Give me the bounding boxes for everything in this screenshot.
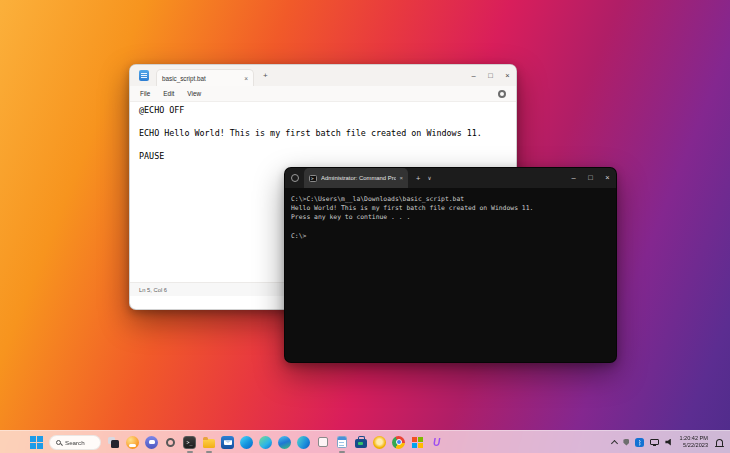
edge-variant-icon	[278, 436, 291, 449]
tray-date: 5/22/2023	[679, 442, 708, 449]
search-icon	[56, 440, 61, 445]
toolbox-app-button[interactable]	[354, 436, 367, 449]
search-label: Search	[65, 439, 85, 446]
notification-bell-icon[interactable]	[716, 439, 723, 446]
chat-icon	[145, 436, 158, 449]
edge-variant-1-button[interactable]	[259, 436, 272, 449]
maximize-button[interactable]: □	[582, 168, 599, 188]
terminal-window: > Administrator: Command Pro × + ∨ – □ ×…	[284, 167, 617, 363]
edge-button[interactable]	[240, 436, 253, 449]
hidden-icons-chevron-icon[interactable]	[611, 439, 618, 446]
editor-line	[139, 116, 507, 127]
taskbar: Search >_ U ᛒ	[0, 430, 730, 453]
tab-dropdown-icon[interactable]: ∨	[427, 175, 431, 181]
terminal-line	[291, 223, 610, 232]
terminal-titlebar[interactable]: > Administrator: Command Pro × + ∨ – □ ×	[285, 168, 616, 188]
taskbar-clock[interactable]: 1:20:42 PM 5/22/2023	[679, 435, 708, 449]
close-button[interactable]: ×	[599, 168, 616, 188]
editor-line: @ECHO OFF	[139, 105, 507, 116]
chat-button[interactable]	[145, 436, 158, 449]
notepad-tab[interactable]: basic_script.bat ×	[156, 69, 254, 86]
security-shield-icon[interactable]	[623, 439, 629, 446]
edge-variant-icon	[259, 436, 272, 449]
task-view-icon	[108, 437, 119, 448]
search-input[interactable]: Search	[49, 435, 101, 450]
settings-button[interactable]	[164, 436, 177, 449]
terminal-line: Hello World! This is my first batch file…	[291, 204, 610, 213]
edge-variant-3-button[interactable]	[297, 436, 310, 449]
notepad-window-controls: – □ ×	[465, 66, 516, 86]
microsoft-365-button[interactable]	[411, 436, 424, 449]
editor-line: ECHO Hello World! This is my first batch…	[139, 128, 507, 139]
task-view-button[interactable]	[107, 436, 120, 449]
system-tray: ᛒ 1:20:42 PM 5/22/2023	[612, 431, 730, 453]
start-button[interactable]	[30, 436, 43, 449]
tab-close-icon[interactable]: ×	[240, 75, 248, 82]
terminal-output[interactable]: C:\>C:\Users\m__la\Downloads\basic_scrip…	[285, 188, 616, 248]
gear-icon	[166, 438, 175, 447]
terminal-tab[interactable]: > Administrator: Command Pro ×	[304, 168, 408, 188]
menu-view[interactable]: View	[187, 90, 201, 97]
terminal-tab-title: Administrator: Command Pro	[321, 175, 396, 181]
terminal-taskbar-button[interactable]: >_	[183, 436, 196, 449]
windows-logo-icon	[30, 436, 43, 449]
edge-variant-2-button[interactable]	[278, 436, 291, 449]
terminal-line: C:\>C:\Users\m__la\Downloads\basic_scrip…	[291, 195, 610, 204]
terminal-window-controls: – □ ×	[565, 168, 616, 188]
admin-badge-icon	[291, 174, 299, 182]
close-button[interactable]: ×	[499, 66, 516, 86]
chrome-icon	[392, 436, 405, 449]
editor-line: PAUSE	[139, 151, 507, 162]
notepad-taskbar-button[interactable]	[335, 436, 348, 449]
edge-variant-icon	[297, 436, 310, 449]
snipping-tool-button[interactable]	[316, 436, 329, 449]
menu-edit[interactable]: Edit	[163, 90, 174, 97]
new-tab-button[interactable]: +	[263, 71, 268, 80]
outlook-button[interactable]	[221, 436, 234, 449]
purple-u-icon: U	[433, 436, 440, 449]
cursor-position: Ln 5, Col 6	[139, 287, 167, 293]
notepad-tab-title: basic_script.bat	[162, 75, 240, 82]
settings-gear-icon[interactable]	[498, 90, 506, 98]
terminal-line: Press any key to continue . . .	[291, 213, 610, 222]
tray-time: 1:20:42 PM	[679, 435, 708, 442]
display-icon[interactable]	[650, 439, 659, 445]
purple-u-app-button[interactable]: U	[430, 436, 443, 449]
menu-file[interactable]: File	[140, 90, 150, 97]
gold-circle-icon	[373, 436, 386, 449]
widgets-weather-icon	[126, 436, 139, 449]
minimize-button[interactable]: –	[565, 168, 582, 188]
widgets-button[interactable]	[126, 436, 139, 449]
chrome-button[interactable]	[392, 436, 405, 449]
toolbox-icon	[355, 439, 367, 448]
microsoft-squares-icon	[412, 437, 423, 448]
notepad-icon	[337, 436, 347, 448]
mail-envelope-icon	[221, 436, 234, 449]
bluetooth-icon[interactable]: ᛒ	[635, 438, 644, 447]
tab-close-icon[interactable]: ×	[396, 175, 403, 181]
new-tab-button[interactable]: +	[416, 174, 420, 183]
edge-browser-icon	[240, 436, 253, 449]
notepad-titlebar[interactable]: basic_script.bat × + – □ ×	[130, 65, 516, 86]
notepad-app-icon	[139, 70, 149, 81]
folder-icon	[203, 439, 215, 448]
cmd-icon: >	[309, 175, 317, 182]
notepad-menubar: File Edit View	[130, 86, 516, 102]
gold-app-button[interactable]	[373, 436, 386, 449]
snipping-tool-icon	[318, 437, 328, 447]
terminal-line: C:\>	[291, 232, 610, 241]
terminal-icon: >_	[183, 436, 196, 449]
minimize-button[interactable]: –	[465, 66, 482, 86]
maximize-button[interactable]: □	[482, 66, 499, 86]
file-explorer-button[interactable]	[202, 436, 215, 449]
taskbar-apps: Search >_ U	[0, 431, 443, 453]
volume-icon[interactable]	[665, 439, 673, 446]
desktop: basic_script.bat × + – □ × File Edit Vie…	[0, 0, 730, 453]
editor-line	[139, 139, 507, 150]
